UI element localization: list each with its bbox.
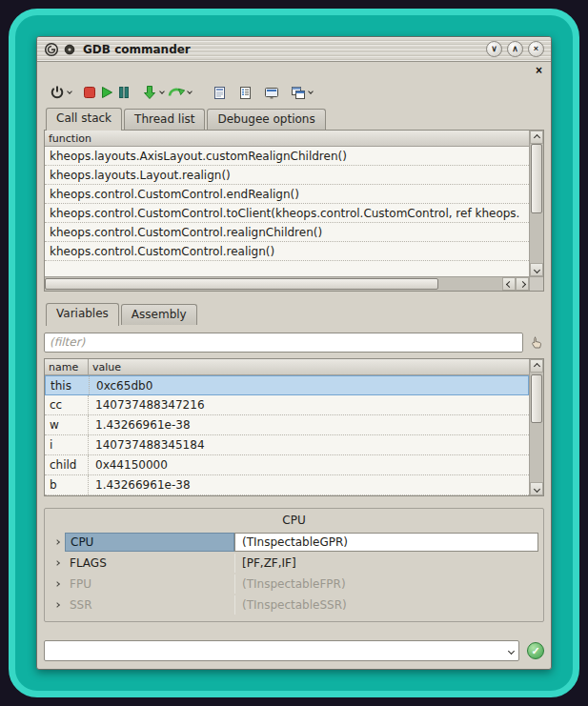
window-menu-icon[interactable] [64,44,75,55]
combo-dropdown-icon[interactable] [508,647,515,654]
maximize-button[interactable]: ∧ [507,41,523,57]
scroll-thumb[interactable] [531,374,542,423]
scroll-thumb[interactable] [531,144,542,213]
callstack-panel: function kheops.layouts.AxisLayout.custo… [44,130,544,292]
report-icon [238,86,253,100]
cpu-register-row[interactable]: CPU (TInspectableGPR) [50,532,538,553]
variable-name: cc [45,395,89,414]
value-column-header[interactable]: value [89,359,125,374]
stop-button[interactable] [81,81,98,104]
pause-icon [117,86,131,99]
variables-vertical-scrollbar[interactable] [529,359,543,495]
watch-window-icon [264,86,279,100]
expander-icon[interactable] [50,540,65,544]
function-column-header[interactable]: function [45,131,95,146]
callstack-list[interactable]: function kheops.layouts.AxisLayout.custo… [45,131,529,276]
variable-row[interactable]: i 140737488345184 [45,435,529,455]
power-icon [50,85,65,100]
tab-variables[interactable]: Variables [46,303,119,326]
scroll-up-button[interactable] [530,359,543,373]
scroll-down-button[interactable] [530,263,543,276]
scroll-track[interactable] [45,277,502,291]
close-button[interactable]: × [528,41,544,57]
power-button[interactable] [48,81,73,104]
watch-window-button[interactable] [262,81,281,104]
chevron-up-icon [533,362,539,369]
callstack-header[interactable]: function [45,131,529,147]
callstack-row[interactable]: kheops.control.CustomControl.toClient(kh… [45,204,529,223]
pause-button[interactable] [115,81,132,104]
callstack-row[interactable]: kheops.layouts.Layout.realign() [45,166,529,185]
callstack-row[interactable]: kheops.layouts.AxisLayout.customRealignC… [45,147,529,166]
titlebar[interactable]: GDB commander ∨ ∧ × [37,37,551,62]
variable-row[interactable]: w 1.43266961e-38 [45,415,529,435]
tab-assembly[interactable]: Assembly [121,304,197,325]
register-group-value[interactable]: [PF,ZF,IF] [234,554,538,573]
cpu-register-row[interactable]: SSR (TInspectableSSR) [50,595,538,615]
report-button[interactable] [236,81,254,104]
expander-icon[interactable] [50,561,65,565]
register-group-value[interactable]: (TInspectableFPR) [234,575,538,594]
filter-input[interactable] [44,333,523,353]
step-into-dropdown-icon[interactable] [159,89,165,94]
confirm-button[interactable]: ✓ [527,642,544,659]
command-input[interactable] [50,644,509,657]
callstack-row[interactable]: kheops.control.CustomControl.endRealign(… [45,185,529,204]
variables-list[interactable]: name value this 0xc65db0 cc 140737488347… [45,359,529,495]
scroll-track[interactable] [530,144,543,263]
step-into-icon [142,85,157,100]
window-client-area: × [37,62,551,669]
register-group-name[interactable]: CPU [65,533,234,552]
minimize-button[interactable]: ∨ [486,41,502,57]
variable-value: 1.43266961e-38 [89,475,529,494]
callstack-horizontal-scrollbar[interactable] [45,276,529,291]
tab-thread-list[interactable]: Thread list [124,109,205,130]
scroll-right-button[interactable] [516,277,529,291]
variable-row[interactable]: this 0xc65db0 [45,375,529,395]
scroll-up-button[interactable] [530,131,543,144]
callstack-vertical-scrollbar[interactable] [529,131,543,276]
register-group-name[interactable]: FLAGS [65,554,234,573]
step-over-dropdown-icon[interactable] [187,89,193,94]
scroll-track[interactable] [530,373,543,482]
expander-icon[interactable] [50,603,65,607]
step-into-button[interactable] [140,81,166,104]
variable-name: b [45,475,89,494]
variables-header[interactable]: name value [45,359,529,375]
register-group-name[interactable]: FPU [65,575,234,594]
tab-call-stack[interactable]: Call stack [46,108,122,131]
new-window-button[interactable] [289,81,314,104]
variable-row[interactable]: cc 140737488347216 [45,395,529,415]
chevron-down-icon [533,485,539,492]
step-over-icon [168,85,185,100]
variable-row[interactable]: child 0x44150000 [45,455,529,475]
filler [44,622,544,639]
run-icon [100,86,113,99]
new-window-icon [291,86,306,100]
command-row: ✓ [44,639,544,662]
filter-hand-icon[interactable] [530,335,544,350]
scroll-down-button[interactable] [530,482,543,495]
register-group-name[interactable]: SSR [65,595,234,615]
name-column-header[interactable]: name [45,359,89,374]
register-group-value[interactable]: (TInspectableSSR) [234,595,538,615]
expander-icon[interactable] [50,582,65,586]
step-over-button[interactable] [166,81,193,104]
callstack-row[interactable]: kheops.control.CustomControl.realign() [45,242,529,261]
command-combobox[interactable] [44,640,519,661]
dock-close-button[interactable]: × [536,65,542,76]
scroll-thumb[interactable] [45,278,438,290]
window-title: GDB commander [83,43,191,56]
variable-row[interactable]: b 1.43266961e-38 [45,475,529,495]
callstack-row[interactable]: kheops.control.CustomControl.realignChil… [45,223,529,242]
scroll-left-button[interactable] [502,277,516,291]
run-button[interactable] [98,81,115,104]
document-button[interactable] [211,81,229,104]
register-group-value[interactable]: (TInspectableGPR) [234,533,538,552]
power-dropdown-icon[interactable] [67,89,72,94]
cpu-register-row[interactable]: FPU (TInspectableFPR) [50,574,538,595]
tab-debugee-options[interactable]: Debugee options [207,109,325,130]
new-window-dropdown-icon[interactable] [308,89,314,94]
variables-tabs: Variables Assembly [44,303,544,325]
cpu-register-row[interactable]: FLAGS [PF,ZF,IF] [50,553,538,574]
